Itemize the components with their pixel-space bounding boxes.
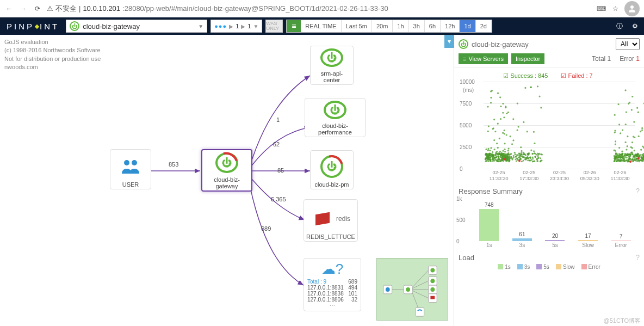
node-redis[interactable]: redis REDIS_LETTUCE (304, 199, 358, 242)
address-bar[interactable]: ⚠ 不安全 | 10.0.10.201:28080/pp-web/#/main/… (47, 4, 592, 14)
svg-point-168 (490, 97, 492, 99)
bar-1s[interactable]: 748 (473, 199, 506, 241)
node-cloud-biz-pm[interactable]: ⏻ cloud-biz-pm (310, 150, 354, 189)
load-title: Load (459, 254, 633, 262)
svg-point-279 (506, 159, 507, 161)
svg-point-344 (516, 130, 518, 131)
svg-point-384 (516, 160, 517, 162)
svg-point-590 (615, 143, 616, 145)
legend-failed[interactable]: Failed : 7 (561, 72, 592, 79)
svg-point-612 (618, 147, 620, 149)
time-option-20m[interactable]: 20m (372, 20, 393, 32)
back-icon[interactable]: ← (4, 4, 14, 14)
profile-avatar-icon[interactable] (624, 1, 640, 16)
svg-point-297 (523, 159, 524, 161)
svg-point-494 (614, 114, 616, 116)
was-only-toggle[interactable]: WAS ONLY (265, 20, 283, 33)
server-map[interactable]: GoJS evaluation (c) 1998-2016 Northwoods… (0, 35, 454, 326)
response-summary-chart[interactable]: 1k 500 0 7486120177 (473, 199, 637, 241)
help-icon[interactable]: ⓘ (614, 20, 626, 32)
svg-point-0 (630, 5, 634, 9)
svg-rect-22 (430, 296, 435, 299)
time-option-3h[interactable]: 3h (409, 20, 425, 32)
svg-point-211 (502, 132, 504, 134)
realtime-label[interactable]: REAL TIME (301, 20, 341, 32)
svg-point-370 (518, 126, 519, 127)
svg-point-353 (525, 159, 527, 161)
view-servers-button[interactable]: ≡View Servers (459, 53, 508, 64)
user-icon (119, 155, 142, 178)
collapse-panel-icon[interactable]: ▾ (444, 35, 454, 48)
help-icon[interactable]: ? (636, 187, 640, 195)
settings-icon[interactable]: ⚙ (629, 20, 641, 32)
application-selected: cloud-biz-gateway (83, 22, 195, 30)
inbound-dots-icon: ●●● (214, 23, 227, 29)
svg-point-357 (515, 156, 517, 157)
node-cloud-biz-performance[interactable]: ⏻ cloud-biz-performance (305, 98, 366, 137)
time-option-2d[interactable]: 2d (476, 20, 492, 32)
application-selector[interactable]: ⏻ cloud-biz-gateway ▼ (66, 20, 207, 33)
spring-boot-icon: ⏻ (324, 101, 346, 119)
node-gateway[interactable]: ⏻ cloud-biz-gateway (201, 149, 252, 192)
edge-label-gw-cloud: 689 (261, 225, 271, 232)
bar-3s[interactable]: 61 (506, 199, 539, 241)
svg-point-400 (528, 152, 530, 154)
server-map-minimap[interactable] (376, 258, 448, 321)
inspector-button[interactable]: Inspector (511, 53, 544, 64)
svg-point-664 (504, 158, 506, 161)
svg-point-399 (536, 158, 538, 160)
svg-point-391 (529, 156, 531, 158)
svg-point-622 (640, 159, 642, 161)
svg-point-376 (536, 160, 538, 162)
star-icon[interactable]: ☆ (610, 4, 620, 14)
node-srm-api-center[interactable]: ⏻ srm-api-center (310, 46, 354, 85)
svg-point-281 (487, 153, 489, 155)
svg-point-321 (533, 150, 535, 152)
scatter-plot-area[interactable]: (ms) 10000 7500 5000 2500 0 (484, 82, 635, 169)
svg-point-625 (616, 155, 618, 157)
svg-point-666 (629, 161, 631, 163)
svg-point-177 (497, 123, 499, 125)
translate-icon[interactable]: ⌨ (596, 4, 606, 14)
svg-point-365 (524, 157, 525, 158)
bar-5s[interactable]: 20 (538, 199, 572, 241)
scatter-chart: Success : 845 Failed : 7 (ms) 10000 7500… (454, 68, 644, 184)
svg-point-507 (621, 156, 623, 158)
svg-point-207 (487, 106, 488, 107)
time-option-1d[interactable]: 1d (460, 20, 475, 32)
realtime-icon[interactable]: ≡ (287, 20, 301, 32)
svg-point-212 (489, 150, 491, 151)
svg-point-282 (504, 130, 505, 131)
svg-point-160 (506, 134, 507, 136)
legend-success[interactable]: Success : 845 (503, 72, 548, 79)
svg-point-603 (633, 156, 634, 158)
svg-point-385 (512, 139, 514, 141)
help-icon[interactable]: ? (636, 254, 640, 261)
arrow-right-icon: ▶ (229, 23, 233, 29)
bar-Error[interactable]: 7 (604, 199, 637, 241)
svg-point-239 (495, 157, 497, 158)
pinpoint-logo[interactable]: PINPINT (3, 22, 63, 31)
forward-icon[interactable]: → (18, 4, 28, 14)
time-option-6h[interactable]: 6h (425, 20, 441, 32)
svg-point-254 (507, 148, 509, 150)
reload-icon[interactable]: ⟳ (33, 4, 42, 14)
svg-point-368 (532, 161, 534, 162)
panel-stats: Total 1 Error 1 (592, 55, 640, 63)
instance-filter-select[interactable]: All (616, 38, 640, 50)
time-option-1h[interactable]: 1h (393, 20, 408, 32)
svg-point-310 (531, 153, 533, 155)
svg-point-53 (506, 113, 507, 114)
bar-Slow[interactable]: 17 (572, 199, 605, 241)
legend-3s: 3s (517, 264, 530, 270)
time-option-12h[interactable]: 12h (441, 20, 460, 32)
svg-point-20 (430, 279, 435, 283)
svg-point-617 (614, 158, 616, 159)
svg-point-270 (507, 157, 509, 158)
node-user[interactable]: USER (110, 149, 151, 189)
svg-point-34 (499, 96, 501, 98)
node-unknown-cloud[interactable]: ☁? Total : 9689 127.0.0.1:8831494 127.0.… (304, 258, 361, 311)
time-option-last5m[interactable]: Last 5m (342, 20, 372, 32)
svg-rect-17 (416, 307, 424, 316)
inout-filter[interactable]: ●●● ▶ 1 ▶ 1 ▼ (210, 20, 262, 33)
